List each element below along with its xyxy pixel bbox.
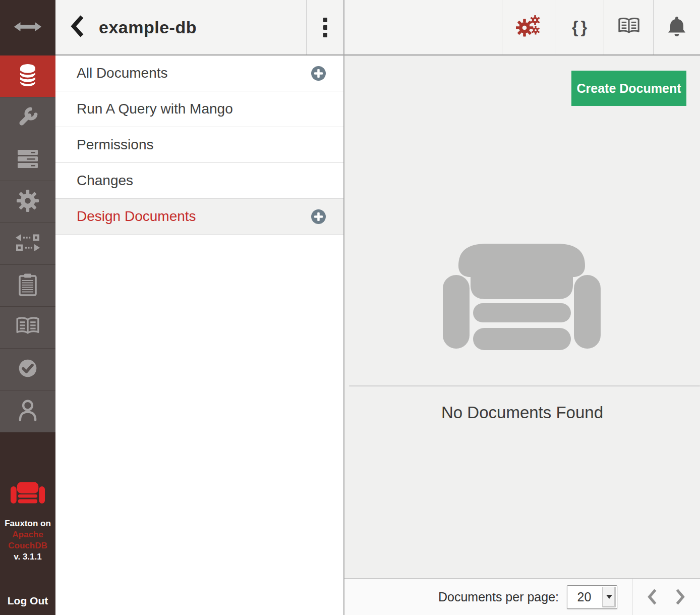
logout-button[interactable]: Log Out <box>8 595 48 607</box>
menu-item-label: Permissions <box>77 137 153 153</box>
sidebar-footer: Fauxton on Apache CouchDB v. 3.1.1 Log O… <box>0 432 55 615</box>
check-circle-icon <box>17 358 38 381</box>
brand-version: v. 3.1.1 <box>14 551 41 563</box>
docs-per-page-value: 20 <box>567 586 601 608</box>
documents-empty-state: Create Document No Documents Found <box>344 55 700 578</box>
brand-text-line: CouchDB <box>8 540 47 551</box>
couchdb-logo-icon <box>11 481 45 510</box>
docs-per-page-label: Documents per page: <box>438 590 559 604</box>
sidebar-item-design-documents[interactable]: Design Documents <box>55 199 343 235</box>
no-documents-message: No Documents Found <box>344 403 700 422</box>
add-new-doc-icon[interactable] <box>311 66 326 81</box>
documentation-button[interactable] <box>604 0 653 54</box>
double-arrow-icon <box>13 20 42 35</box>
menu-item-label: Design Documents <box>77 208 196 225</box>
sidebar-item-changes[interactable]: Changes <box>55 163 343 199</box>
pagination-footer: Documents per page: 20 <box>344 578 700 615</box>
sidebar-item-databases-list[interactable] <box>0 139 55 181</box>
sidebar-item-mango-query[interactable]: Run A Query with Mango <box>55 91 343 127</box>
content-divider <box>349 385 700 386</box>
back-button[interactable] <box>55 0 99 54</box>
next-page-button[interactable] <box>672 585 689 608</box>
settings-gears-icon <box>516 15 541 39</box>
sidebar-item-databases[interactable] <box>0 55 55 97</box>
notifications-button[interactable] <box>653 0 700 54</box>
create-document-button[interactable]: Create Document <box>571 71 686 106</box>
settings-button[interactable] <box>502 0 555 54</box>
select-dropdown-arrow-icon <box>602 587 616 607</box>
brand-text-line: Apache <box>12 529 43 540</box>
menu-item-label: Changes <box>77 173 133 189</box>
replication-icon <box>15 234 40 254</box>
pager-controls <box>632 579 700 615</box>
sidebar-item-account[interactable] <box>0 390 55 432</box>
user-icon <box>17 399 38 424</box>
empty-couch-illustration <box>443 244 601 359</box>
main-topbar: {} <box>344 0 700 55</box>
previous-page-button[interactable] <box>644 585 661 608</box>
wrench-icon <box>16 105 40 131</box>
brand-text-line: Fauxton on <box>5 518 51 529</box>
sidebar-item-replication[interactable] <box>0 223 55 265</box>
database-options-button[interactable] <box>306 0 343 54</box>
sidebar-item-configuration[interactable] <box>0 181 55 223</box>
add-design-doc-icon[interactable] <box>311 209 326 225</box>
sidebar-item-documentation[interactable] <box>0 307 55 349</box>
database-icon <box>18 64 38 89</box>
docs-per-page-select[interactable]: 20 <box>567 585 617 609</box>
api-url-button[interactable]: {} <box>555 0 604 54</box>
json-braces-icon: {} <box>569 18 590 37</box>
database-panel: example-db All Documents Run A Query wit… <box>55 0 344 615</box>
main-content: {} <box>344 0 700 615</box>
chevron-left-icon <box>70 15 85 40</box>
database-title: example-db <box>99 0 306 54</box>
open-book-icon <box>15 316 40 339</box>
sidebar-item-verify[interactable] <box>0 349 55 390</box>
primary-sidebar: Fauxton on Apache CouchDB v. 3.1.1 Log O… <box>0 0 55 615</box>
clipboard-icon <box>17 272 38 299</box>
fauxton-app: Fauxton on Apache CouchDB v. 3.1.1 Log O… <box>0 0 700 615</box>
gear-icon <box>16 189 39 214</box>
menu-item-label: All Documents <box>77 65 168 81</box>
collapse-sidebar-button[interactable] <box>0 0 55 55</box>
notifications-bell-icon <box>667 15 687 39</box>
kebab-menu-icon <box>323 18 327 37</box>
server-stack-icon <box>16 148 39 172</box>
menu-item-label: Run A Query with Mango <box>77 101 233 117</box>
database-panel-header: example-db <box>55 0 343 55</box>
sidebar-item-all-documents[interactable]: All Documents <box>55 55 343 91</box>
sidebar-item-active-tasks[interactable] <box>0 265 55 307</box>
sidebar-item-permissions[interactable]: Permissions <box>55 127 343 163</box>
documentation-book-icon <box>617 16 640 38</box>
sidebar-item-setup[interactable] <box>0 97 55 139</box>
